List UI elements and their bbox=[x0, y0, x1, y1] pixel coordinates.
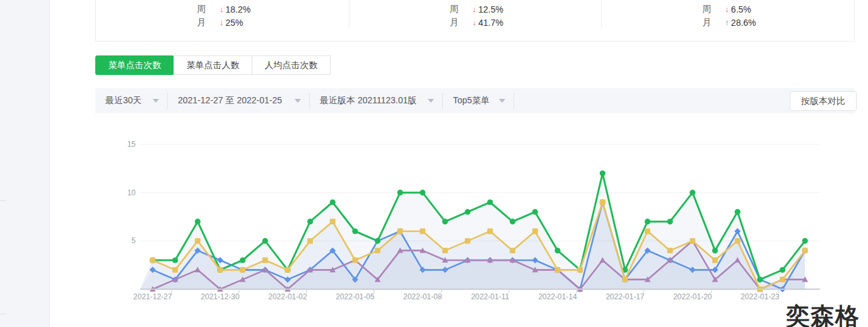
series-blue-point bbox=[375, 238, 381, 244]
series-yellow-point bbox=[622, 277, 628, 282]
series-purple-point bbox=[510, 257, 516, 263]
stat-row: 周↓6.5% bbox=[702, 3, 854, 16]
series-purple-point bbox=[150, 286, 156, 292]
x-axis-label: 2022-01-20 bbox=[673, 292, 712, 301]
tab-menu-click-users[interactable]: 菜单点击人数 bbox=[173, 55, 252, 75]
series-blue-point bbox=[532, 257, 538, 263]
series-green-point bbox=[465, 209, 471, 215]
series-green-point bbox=[802, 238, 808, 244]
series-purple-point bbox=[307, 267, 314, 272]
series-green-point bbox=[780, 267, 785, 273]
series-purple-point bbox=[622, 277, 628, 282]
stat-column: 周↓6.5%月↑28.6% bbox=[601, 0, 854, 41]
series-green-point bbox=[172, 257, 178, 263]
series-blue-point bbox=[352, 277, 358, 283]
series-purple-point bbox=[667, 257, 673, 263]
series-green-point bbox=[150, 257, 155, 263]
series-blue-point bbox=[689, 267, 696, 273]
series-purple-point bbox=[352, 257, 358, 263]
stat-change-value: 25% bbox=[226, 18, 243, 28]
filter-date-range[interactable]: 2021-12-27 至 2022-01-25 bbox=[168, 88, 310, 113]
x-axis-label: 2022-01-23 bbox=[741, 292, 780, 301]
series-purple-point bbox=[217, 286, 223, 292]
stat-period-label: 月 bbox=[702, 17, 725, 28]
filter-version[interactable]: 最近版本 20211123.01版 bbox=[310, 88, 443, 113]
series-yellow-point bbox=[689, 238, 695, 244]
filter-date-preset[interactable]: 最近30天 bbox=[95, 88, 168, 113]
series-purple-point bbox=[172, 277, 179, 282]
series-blue-point bbox=[262, 267, 268, 273]
series-green-point bbox=[442, 219, 448, 224]
series-blue-point bbox=[599, 199, 606, 205]
tab-clicks-per-user[interactable]: 人均点击次数 bbox=[252, 55, 331, 75]
series-purple-point bbox=[487, 257, 493, 263]
series-purple-line bbox=[153, 241, 805, 289]
trend-arrow-down-icon: ↓ bbox=[472, 18, 477, 26]
stat-change-value: 6.5% bbox=[731, 4, 751, 14]
series-green-point bbox=[419, 190, 425, 195]
series-green-point bbox=[622, 267, 628, 273]
series-blue-point bbox=[712, 267, 718, 273]
x-axis-label: 2022-01-05 bbox=[336, 292, 375, 301]
series-yellow-point bbox=[172, 267, 178, 273]
series-green-point bbox=[217, 267, 223, 273]
series-blue-point bbox=[194, 248, 201, 254]
series-purple-point bbox=[419, 248, 426, 253]
series-blue-point bbox=[217, 257, 223, 263]
trend-arrow-down-icon: ↓ bbox=[220, 18, 224, 26]
stat-row: 周↓18.2% bbox=[197, 3, 349, 16]
tab-menu-click-count[interactable]: 菜单点击次数 bbox=[95, 55, 174, 75]
series-yellow-area bbox=[140, 202, 805, 289]
series-yellow-point bbox=[667, 248, 673, 253]
stat-row: 月↓25% bbox=[197, 16, 349, 29]
series-green-point bbox=[689, 190, 695, 195]
series-blue-point bbox=[284, 277, 291, 283]
chevron-down-icon bbox=[295, 99, 301, 103]
series-purple-point bbox=[689, 238, 696, 243]
series-yellow-point bbox=[442, 248, 448, 253]
series-blue-point bbox=[307, 267, 314, 273]
series-green-point bbox=[510, 219, 515, 224]
series-purple-point bbox=[262, 267, 269, 272]
stat-row: 月↓41.7% bbox=[450, 16, 602, 29]
series-yellow-point bbox=[262, 258, 268, 263]
series-purple-point bbox=[375, 277, 381, 282]
series-blue-point bbox=[577, 286, 584, 292]
stat-period-label: 月 bbox=[197, 17, 220, 28]
series-blue-point bbox=[554, 267, 561, 273]
filter-label: 最近版本 20211123.01版 bbox=[320, 95, 417, 106]
metric-tabs: 菜单点击次数菜单点击人数人均点击次数 bbox=[95, 55, 331, 75]
series-yellow-point bbox=[285, 267, 291, 273]
series-green-point bbox=[757, 277, 763, 282]
series-purple-point bbox=[734, 257, 741, 263]
filter-label: 最近30天 bbox=[105, 95, 142, 106]
series-purple-point bbox=[464, 257, 471, 263]
series-blue-point bbox=[487, 257, 493, 263]
series-yellow-point bbox=[375, 248, 380, 253]
series-purple-point bbox=[240, 277, 246, 282]
series-yellow-point bbox=[420, 229, 426, 234]
x-axis-label: 2022-01-08 bbox=[403, 292, 442, 301]
series-yellow-point bbox=[353, 258, 358, 263]
series-yellow-point bbox=[150, 258, 156, 263]
series-yellow-point bbox=[307, 238, 313, 244]
y-axis-label: 5 bbox=[131, 236, 136, 245]
series-green-point bbox=[667, 219, 673, 224]
series-yellow-point bbox=[240, 267, 245, 273]
filter-label: 2021-12-27 至 2022-01-25 bbox=[178, 95, 282, 106]
series-yellow-point bbox=[218, 267, 223, 273]
series-yellow-point bbox=[780, 277, 785, 282]
series-purple-point bbox=[284, 286, 291, 292]
compare-by-version-button[interactable]: 按版本对比 bbox=[790, 91, 857, 111]
stat-change-value: 28.6% bbox=[731, 18, 756, 28]
series-green-point bbox=[645, 219, 650, 224]
series-green-point bbox=[284, 267, 290, 273]
y-axis-label: 10 bbox=[127, 188, 136, 197]
series-blue-line bbox=[153, 202, 805, 289]
stat-period-label: 周 bbox=[197, 4, 220, 15]
series-blue-point bbox=[622, 277, 628, 283]
series-green-point bbox=[262, 238, 268, 244]
filter-top5-menus[interactable]: Top5菜单 bbox=[443, 88, 514, 113]
series-purple-point bbox=[712, 277, 718, 282]
series-blue-point bbox=[734, 228, 741, 234]
